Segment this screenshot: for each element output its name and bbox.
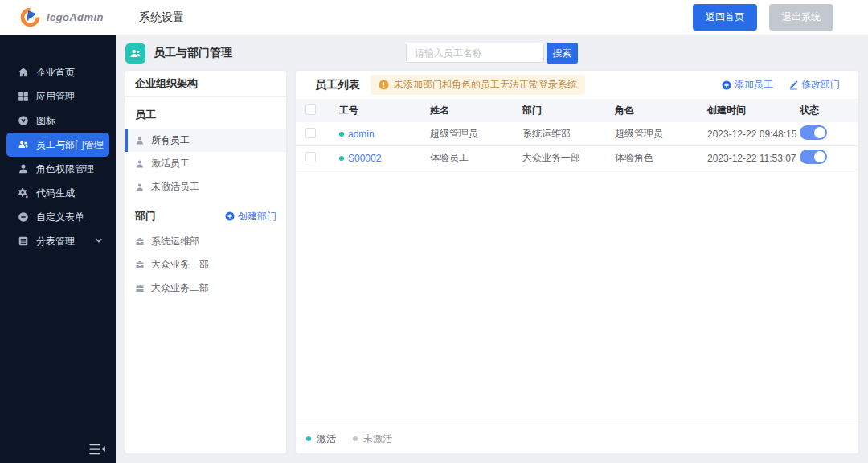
employee-department: 系统运维部 xyxy=(522,127,615,141)
gear-icon xyxy=(18,187,29,199)
page-title: 员工与部门管理 xyxy=(154,46,232,60)
column-header-name: 姓名 xyxy=(430,104,522,117)
main-content: 员工与部门管理 搜索 企业组织架构 员工 所有员工 激活员工 未激活员工 部门 … xyxy=(116,35,868,463)
tree-item-department-ops[interactable]: 系统运维部 xyxy=(125,230,286,253)
header-actions: 返回首页 退出系统 xyxy=(693,4,868,31)
user-icon xyxy=(135,136,145,145)
tree-item-active-employees[interactable]: 激活员工 xyxy=(125,152,286,175)
sidebar-item-codegen[interactable]: 代码生成 xyxy=(6,181,109,205)
sidebar-item-roles[interactable]: 角色权限管理 xyxy=(6,157,109,181)
user-icon xyxy=(135,159,145,169)
apps-icon xyxy=(18,91,29,102)
active-legend-dot xyxy=(306,436,311,441)
employee-created-time: 2023-12-22 09:48:15 xyxy=(707,129,800,140)
employee-department: 大众业务一部 xyxy=(522,151,615,165)
toggle-knob xyxy=(814,127,825,138)
plus-circle-icon xyxy=(722,80,731,90)
briefcase-icon xyxy=(135,237,145,247)
employee-section-title: 员工 xyxy=(125,97,286,129)
home-icon xyxy=(18,67,29,78)
logo: legoAdmin xyxy=(0,6,116,28)
tree-item-all-employees[interactable]: 所有员工 xyxy=(125,129,286,152)
sidebar-item-sharding[interactable]: 分表管理 xyxy=(6,229,109,253)
warning-text: 未添加部门和角色的员工无法正常登录系统 xyxy=(394,78,577,92)
app-header: legoAdmin 系统设置 返回首页 退出系统 xyxy=(0,0,868,35)
legend-inactive: 未激活 xyxy=(353,432,392,446)
tree-item-inactive-employees[interactable]: 未激活员工 xyxy=(125,175,286,199)
employee-role: 体验角色 xyxy=(615,151,707,165)
team-icon xyxy=(125,43,145,64)
tree-item-label: 大众业务二部 xyxy=(151,281,209,295)
employee-list-header: 员工列表 未添加部门和角色的员工无法正常登录系统 添加员工 修改部门 xyxy=(296,71,858,99)
create-department-link[interactable]: 创建部门 xyxy=(225,210,276,223)
circle-minus-icon xyxy=(18,211,29,223)
briefcase-icon xyxy=(135,260,145,270)
tree-item-department-biz2[interactable]: 大众业务二部 xyxy=(125,277,286,300)
briefcase-icon xyxy=(135,284,145,293)
sidebar-item-custom-forms[interactable]: 自定义表单 xyxy=(6,205,109,229)
chevron-down-icon[interactable] xyxy=(95,236,103,247)
icon-badge-icon xyxy=(18,115,29,126)
inactive-legend-dot xyxy=(353,436,358,441)
column-header-department: 部门 xyxy=(522,104,615,117)
table-list-icon xyxy=(18,236,29,247)
warning-icon xyxy=(379,80,389,90)
user-icon xyxy=(135,182,145,192)
status-legend: 激活 未激活 xyxy=(296,424,858,453)
sidebar-item-apps[interactable]: 应用管理 xyxy=(6,84,109,109)
search-input[interactable] xyxy=(406,43,544,63)
employee-name: 超级管理员 xyxy=(430,127,522,141)
employee-name: 体验员工 xyxy=(430,151,522,165)
table-row: S00002 体验员工 大众业务一部 体验角色 2023-12-22 11:53… xyxy=(296,146,858,170)
employee-role: 超级管理员 xyxy=(615,127,707,141)
brand-name: legoAdmin xyxy=(47,11,104,23)
sidebar-item-label: 企业首页 xyxy=(36,66,75,80)
sidebar-item-icons[interactable]: 图标 xyxy=(6,109,109,133)
employee-created-time: 2023-12-22 11:53:07 xyxy=(707,153,800,164)
row-checkbox[interactable] xyxy=(305,152,316,162)
employee-id-link[interactable]: admin xyxy=(348,129,375,140)
sidebar-item-label: 自定义表单 xyxy=(36,211,84,224)
team-icon xyxy=(18,139,29,150)
sidebar-item-label: 角色权限管理 xyxy=(36,162,94,176)
column-header-status: 状态 xyxy=(800,104,858,117)
sidebar-item-label: 图标 xyxy=(36,114,55,128)
column-header-created: 创建时间 xyxy=(707,104,800,117)
sidebar-item-label: 应用管理 xyxy=(36,90,75,104)
sidebar-collapse-button[interactable] xyxy=(88,443,106,456)
department-section-title: 部门 xyxy=(135,209,156,223)
sidebar-item-employees-departments[interactable]: 员工与部门管理 xyxy=(6,133,109,157)
sidebar: 企业首页 应用管理 图标 员工与部门管理 角色权限管理 代码生成 自定义表单 分… xyxy=(0,35,116,463)
warning-badge: 未添加部门和角色的员工无法正常登录系统 xyxy=(371,75,585,95)
back-home-button[interactable]: 返回首页 xyxy=(693,4,757,31)
sidebar-item-label: 员工与部门管理 xyxy=(36,138,104,152)
sidebar-item-home[interactable]: 企业首页 xyxy=(6,60,109,84)
status-toggle[interactable] xyxy=(800,150,827,164)
org-panel-title: 企业组织架构 xyxy=(125,71,286,97)
tree-item-department-biz1[interactable]: 大众业务一部 xyxy=(125,253,286,277)
status-toggle[interactable] xyxy=(800,125,827,140)
table-header-row: 工号 姓名 部门 角色 创建时间 状态 xyxy=(296,99,858,122)
brand-logo-icon xyxy=(19,6,41,28)
select-all-checkbox[interactable] xyxy=(305,104,316,115)
employee-list-panel: 员工列表 未添加部门和角色的员工无法正常登录系统 添加员工 修改部门 工号 姓名 xyxy=(296,71,858,453)
employee-search: 搜索 xyxy=(406,43,578,64)
employee-id-link[interactable]: S00002 xyxy=(348,153,381,164)
plus-circle-icon xyxy=(225,211,235,221)
search-button[interactable]: 搜索 xyxy=(547,43,578,64)
legend-active: 激活 xyxy=(306,432,336,446)
org-structure-panel: 企业组织架构 员工 所有员工 激活员工 未激活员工 部门 创建部门 系统运维部 xyxy=(125,71,286,453)
employee-actions: 添加员工 修改部门 xyxy=(722,78,840,92)
active-status-dot xyxy=(339,156,344,161)
column-header-id: 工号 xyxy=(339,104,430,117)
add-employee-link[interactable]: 添加员工 xyxy=(722,78,773,92)
tree-item-label: 未激活员工 xyxy=(151,180,199,194)
sidebar-item-label: 分表管理 xyxy=(36,235,75,248)
edit-department-link[interactable]: 修改部门 xyxy=(788,78,840,92)
tree-item-label: 激活员工 xyxy=(151,157,190,170)
department-section-header: 部门 创建部门 xyxy=(125,199,286,230)
row-checkbox[interactable] xyxy=(305,128,316,138)
logout-button[interactable]: 退出系统 xyxy=(769,4,833,31)
tree-item-label: 所有员工 xyxy=(151,133,190,147)
column-header-role: 角色 xyxy=(615,104,707,117)
